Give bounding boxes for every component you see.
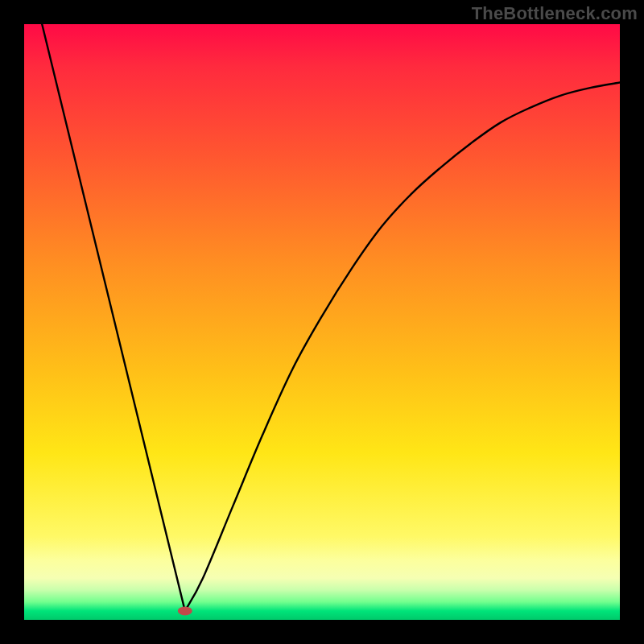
- watermark-text: TheBottleneck.com: [472, 3, 638, 24]
- plot-area: [24, 24, 620, 620]
- bottleneck-curve: [42, 24, 620, 611]
- chart-frame: TheBottleneck.com: [0, 0, 644, 644]
- curve-layer: [24, 24, 620, 620]
- minimum-marker: [178, 606, 192, 615]
